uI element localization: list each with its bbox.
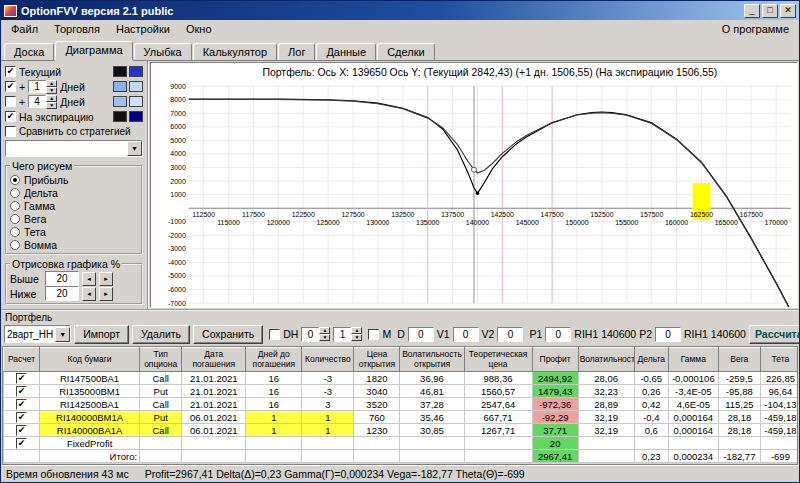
column-header[interactable]: Тип опциона bbox=[140, 348, 182, 372]
row-checkbox-cell[interactable]: ✔ bbox=[4, 398, 40, 411]
menu-item[interactable]: Настройки bbox=[108, 22, 178, 36]
render-below-right-arrow-icon[interactable]: ▸ bbox=[99, 287, 113, 301]
plus1-days-spinner[interactable]: ▲▼ bbox=[28, 80, 57, 94]
current-color2-swatch[interactable] bbox=[129, 66, 143, 77]
column-header[interactable]: Дельта bbox=[634, 348, 668, 372]
row-checkbox-cell[interactable]: ✔ bbox=[4, 437, 40, 450]
dh-value1-input[interactable] bbox=[301, 327, 319, 342]
draw-option[interactable]: Дельта bbox=[10, 186, 138, 199]
profit-chart[interactable]: -7000-6000-5000-4000-3000-2000-100010002… bbox=[151, 63, 797, 307]
plus1-checkbox[interactable]: ✔ bbox=[5, 81, 16, 92]
column-header[interactable]: Гамма bbox=[668, 348, 718, 372]
column-header[interactable]: Расчет bbox=[4, 348, 40, 372]
tab[interactable]: Сделки bbox=[377, 43, 435, 60]
dh-spin1-arrows-icon[interactable]: ▲▼ bbox=[319, 327, 330, 341]
row-checkbox[interactable]: ✔ bbox=[16, 373, 27, 384]
tab[interactable]: Данные bbox=[316, 43, 376, 60]
row-checkbox[interactable]: ✔ bbox=[16, 399, 27, 410]
column-header[interactable]: Дата погашения bbox=[182, 348, 246, 372]
menu-item[interactable]: Файл bbox=[3, 22, 46, 36]
expiration-color1-swatch[interactable] bbox=[113, 111, 127, 122]
table-row[interactable]: ✔FixedProfit20 bbox=[4, 437, 799, 450]
draw-option[interactable]: Вомма bbox=[10, 238, 138, 251]
plus1-color1-swatch[interactable] bbox=[113, 81, 127, 92]
row-checkbox-cell[interactable]: ✔ bbox=[4, 372, 40, 385]
render-above-right-arrow-icon[interactable]: ▸ bbox=[99, 272, 113, 286]
minimize-button[interactable]: _ bbox=[744, 4, 760, 18]
table-row[interactable]: ✔RI147500BA1Call21.01.202116-3182036,969… bbox=[4, 372, 799, 385]
column-header[interactable]: Цена открытия bbox=[354, 348, 400, 372]
render-above-left-arrow-icon[interactable]: ◂ bbox=[82, 272, 96, 286]
plus1-days-input[interactable] bbox=[28, 80, 46, 93]
tab[interactable]: Калькулятор bbox=[193, 43, 277, 60]
p1-input[interactable] bbox=[545, 327, 571, 342]
column-header[interactable]: Вега bbox=[718, 348, 760, 372]
portfolio-preset-combobox[interactable]: 2варт_НН ▼ bbox=[4, 325, 71, 343]
dh-value2-input[interactable] bbox=[333, 327, 351, 342]
m-checkbox[interactable] bbox=[368, 329, 379, 340]
dh-spinner-2[interactable]: ▲▼ bbox=[333, 327, 362, 342]
plus4-days-spinner[interactable]: ▲▼ bbox=[28, 95, 57, 109]
plus4-checkbox[interactable] bbox=[5, 96, 16, 107]
render-below-input[interactable] bbox=[45, 286, 79, 301]
v1-input[interactable] bbox=[453, 327, 479, 342]
tab[interactable]: Улыбка bbox=[134, 43, 192, 60]
row-checkbox-cell[interactable]: ✔ bbox=[4, 411, 40, 424]
draw-option[interactable]: Тета bbox=[10, 225, 138, 238]
row-checkbox-cell[interactable]: ✔ bbox=[4, 385, 40, 398]
strategy-combobox[interactable]: ▼ bbox=[5, 140, 143, 157]
calc-go-button[interactable]: Рассчитать ГО bbox=[749, 325, 800, 344]
plus4-days-input[interactable] bbox=[28, 95, 46, 108]
plus4-color1-swatch[interactable] bbox=[113, 96, 127, 107]
row-checkbox[interactable]: ✔ bbox=[16, 438, 27, 449]
column-header[interactable]: Волатильность открытия bbox=[400, 348, 464, 372]
tab[interactable]: Лог bbox=[278, 43, 315, 60]
column-header[interactable]: Код бумаги bbox=[40, 348, 140, 372]
tab[interactable]: Доска bbox=[4, 43, 54, 60]
render-above-input[interactable] bbox=[45, 271, 79, 286]
expiration-color2-swatch[interactable] bbox=[129, 111, 143, 122]
column-header[interactable]: Тета bbox=[760, 348, 798, 372]
row-checkbox[interactable]: ✔ bbox=[16, 386, 27, 397]
table-row[interactable]: ✔RI140000BM1APut06.01.20211176035,46667,… bbox=[4, 411, 799, 424]
compare-strategy-checkbox[interactable] bbox=[5, 126, 16, 137]
column-header[interactable]: Дней до погашения bbox=[246, 348, 302, 372]
column-header[interactable]: Профит bbox=[532, 348, 578, 372]
menu-about[interactable]: О программе bbox=[714, 22, 797, 36]
row-checkbox[interactable]: ✔ bbox=[16, 412, 27, 423]
table-row-total[interactable]: Итого:2967,410,230,000234-182,77-699 bbox=[4, 450, 799, 463]
d-input[interactable] bbox=[408, 327, 434, 342]
draw-option[interactable]: Прибыль bbox=[10, 173, 138, 186]
draw-option[interactable]: Гамма bbox=[10, 199, 138, 212]
chevron-down-icon[interactable]: ▼ bbox=[127, 141, 142, 156]
current-color1-swatch[interactable] bbox=[113, 66, 127, 77]
column-header[interactable]: Количество bbox=[302, 348, 354, 372]
import-button[interactable]: Импорт bbox=[74, 325, 129, 344]
draw-option[interactable]: Вега bbox=[10, 212, 138, 225]
p2-input[interactable] bbox=[655, 327, 681, 342]
plus1-color2-swatch[interactable] bbox=[129, 81, 143, 92]
current-checkbox[interactable]: ✔ bbox=[5, 66, 16, 77]
menu-item[interactable]: Окно bbox=[178, 22, 220, 36]
dh-spin2-arrows-icon[interactable]: ▲▼ bbox=[351, 327, 362, 341]
row-checkbox[interactable]: ✔ bbox=[16, 425, 27, 436]
menu-item[interactable]: Торговля bbox=[46, 22, 108, 36]
row-checkbox-cell[interactable]: ✔ bbox=[4, 424, 40, 437]
render-below-left-arrow-icon[interactable]: ◂ bbox=[82, 287, 96, 301]
table-row[interactable]: ✔RI140000BA1ACall06.01.202111123030,8512… bbox=[4, 424, 799, 437]
table-row[interactable]: ✔RI135000BM1Put21.01.202116-3304046,8115… bbox=[4, 385, 799, 398]
column-header[interactable]: Волатильность bbox=[578, 348, 634, 372]
save-button[interactable]: Сохранить bbox=[193, 325, 263, 344]
close-button[interactable]: ✕ bbox=[780, 4, 796, 18]
expiration-checkbox[interactable]: ✔ bbox=[5, 111, 16, 122]
maximize-button[interactable]: □ bbox=[762, 4, 778, 18]
delete-button[interactable]: Удалить bbox=[132, 325, 190, 344]
plus4-color2-swatch[interactable] bbox=[129, 96, 143, 107]
dh-spinner-1[interactable]: ▲▼ bbox=[301, 327, 330, 342]
dh-checkbox[interactable] bbox=[269, 329, 280, 340]
plus4-spin-arrows-icon[interactable]: ▲▼ bbox=[46, 95, 57, 109]
plus1-spin-arrows-icon[interactable]: ▲▼ bbox=[46, 80, 57, 94]
tab[interactable]: Диаграмма bbox=[55, 41, 132, 60]
table-row[interactable]: ✔RI142500BA1Call21.01.2021163352037,2825… bbox=[4, 398, 799, 411]
column-header[interactable]: Теоретическая цена bbox=[464, 348, 532, 372]
